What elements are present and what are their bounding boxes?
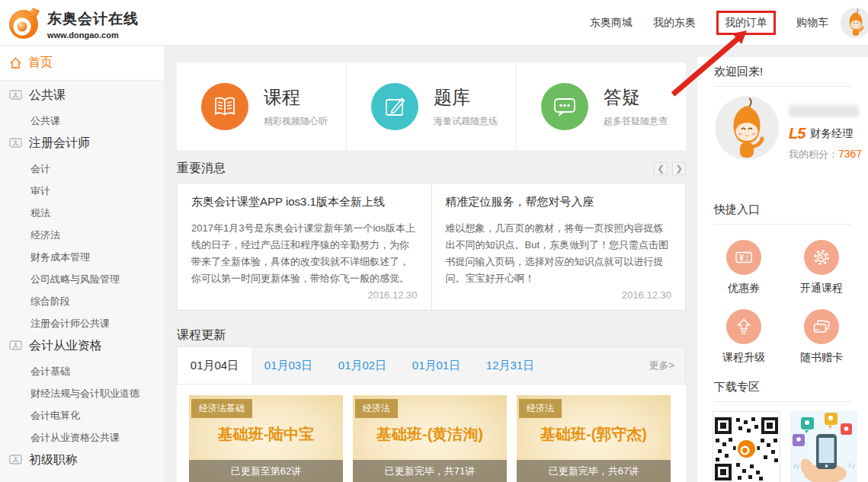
date-tabs: 01月04日 01月03日 01月02日 01月01日 12月31日 更多>	[177, 346, 686, 385]
news-next-button[interactable]: ❯	[672, 162, 686, 175]
user-avatar-small[interactable]	[841, 8, 868, 38]
tab-date[interactable]: 01月04日	[178, 347, 251, 384]
coupon-icon: ¥	[726, 240, 761, 275]
course-updates-header: 课程更新	[177, 327, 226, 343]
feature-courses[interactable]: 课程 精彩视频随心听	[177, 62, 346, 150]
qr-code-icon	[713, 416, 780, 482]
sidebar-section-junior-title[interactable]: 初级职称	[0, 447, 164, 473]
tab-date[interactable]: 12月31日	[473, 347, 547, 384]
news-title: 重要消息	[177, 161, 226, 177]
left-sidebar: 首页 公共课 公共课 注册会计师 会计 审计	[0, 46, 164, 482]
course-screen-icon	[9, 340, 22, 352]
course-badge: 经济法	[355, 399, 398, 418]
username-redacted	[789, 105, 859, 117]
tab-date[interactable]: 01月03日	[251, 347, 325, 384]
sidebar-item-home[interactable]: 首页	[0, 46, 164, 81]
course-screen-icon	[9, 90, 22, 101]
book-icon	[201, 83, 248, 130]
svg-text:¥: ¥	[739, 254, 744, 262]
sidebar-section-public-course[interactable]: 公共课	[0, 82, 164, 108]
download-row	[697, 411, 868, 482]
right-panel: 欢迎回来! L5 财务经理	[697, 57, 868, 482]
feature-question-bank[interactable]: 题库 海量试题随意练	[346, 62, 516, 150]
upgrade-arrow-icon	[726, 309, 761, 344]
welcome-title: 欢迎回来!	[714, 57, 851, 87]
user-profile: L5 财务经理 我的积分：7367	[697, 87, 868, 195]
dongao-logo-icon	[8, 6, 41, 43]
download-title: 下载专区	[714, 372, 851, 402]
logo-title: 东奥会计在线	[47, 9, 139, 29]
quick-entry-open-course[interactable]: 开通课程	[783, 226, 860, 295]
sidebar-home-label: 首页	[28, 55, 53, 71]
user-avatar-large[interactable]	[715, 96, 779, 160]
sidebar-item[interactable]: 经济法	[0, 222, 164, 244]
news-item: 精准定位服务，帮您对号入座 难以想象，几百页的教材，将每一页按照内容提炼出不同的…	[431, 184, 686, 310]
course-status: 已更新至第62讲	[189, 460, 343, 482]
course-status: 已更新完毕，共71讲	[353, 460, 507, 482]
news-item-date: 2016.12.30	[446, 289, 672, 301]
quick-entry-grid: ¥ 优惠券 开通课程	[697, 225, 868, 365]
quick-entry-coupon[interactable]: ¥ 优惠券	[705, 226, 783, 295]
news-item-title[interactable]: 精准定位服务，帮您对号入座	[446, 195, 672, 209]
sidebar-item[interactable]: 财务成本管理	[0, 244, 164, 267]
sidebar-item[interactable]: 财经法规与会计职业道德	[0, 381, 164, 403]
course-title: 基础班-陆中宝	[189, 424, 343, 445]
sidebar-item[interactable]: 公司战略与风险管理	[0, 267, 164, 289]
course-badge: 经济法	[519, 399, 562, 418]
tab-date[interactable]: 01月02日	[325, 347, 399, 384]
tab-date[interactable]: 01月01日	[399, 347, 473, 384]
course-badge: 经济法基础	[191, 399, 252, 418]
sidebar-item[interactable]: 会计电算化	[0, 403, 164, 425]
feature-qa[interactable]: 答疑 超多答疑随意查	[516, 62, 686, 150]
news-item-date: 2016.12.30	[191, 289, 418, 301]
sidebar-menu: 公共课 公共课 注册会计师 会计 审计 税法 经济法 财务成本管理 公司战略与风…	[0, 81, 164, 482]
course-card[interactable]: 经济法基础 基础班-陆中宝 已更新至第62讲	[189, 395, 343, 482]
sidebar-item[interactable]: 公共课	[0, 108, 164, 130]
user-role: 财务经理	[810, 127, 853, 141]
user-points: 我的积分：7367	[789, 148, 862, 161]
sidebar-item[interactable]: 注册会计师公共课	[0, 311, 164, 333]
pencil-icon	[371, 83, 418, 130]
news-header: 重要消息 ❮ ❯	[177, 161, 686, 177]
logo-url: www.dongao.com	[47, 30, 139, 40]
quick-entry-gift-card[interactable]: 随书赠卡	[783, 295, 860, 365]
app-download-illustration[interactable]	[790, 411, 857, 482]
sidebar-item[interactable]: 会计基础	[0, 359, 164, 381]
news-panel: 东奥会计课堂APP ios3.1版本全新上线 2017年1月3号是东奥会计课堂新…	[177, 183, 686, 311]
site-logo[interactable]: 东奥会计在线 www.dongao.com	[8, 6, 139, 43]
news-prev-button[interactable]: ❮	[654, 162, 668, 175]
mascot-avatar-icon	[841, 8, 868, 38]
nav-my-dongao[interactable]: 我的东奥	[653, 16, 696, 30]
course-cards-panel: 经济法基础 基础班-陆中宝 已更新至第62讲 经济法 基础班-(黄洁洵) 已更新…	[177, 385, 686, 482]
course-title: 基础班-(黄洁洵)	[353, 424, 507, 445]
top-header: 东奥会计在线 www.dongao.com 东奥商城 我的东奥 我的订单 购物车	[0, 0, 868, 46]
more-link[interactable]: 更多>	[649, 359, 685, 372]
course-title: 基础班-(郭守杰)	[517, 424, 671, 445]
gift-card-icon	[804, 309, 839, 344]
gear-key-icon	[804, 240, 839, 275]
course-card[interactable]: 经济法 基础班-(郭守杰) 已更新完毕，共67讲	[517, 395, 671, 482]
wechat-qr-code[interactable]	[713, 411, 780, 482]
quick-entry-upgrade[interactable]: 课程升级	[705, 295, 783, 365]
nav-my-orders[interactable]: 我的订单	[716, 11, 776, 35]
course-card[interactable]: 经济法 基础班-(黄洁洵) 已更新完毕，共71讲	[353, 395, 507, 482]
news-item-body: 2017年1月3号是东奥会计课堂新年第一个ios版本上线的日子，经过产品汪和程序…	[191, 220, 418, 289]
course-screen-icon	[9, 138, 22, 149]
news-item: 东奥会计课堂APP ios3.1版本全新上线 2017年1月3号是东奥会计课堂新…	[178, 184, 431, 310]
sidebar-item[interactable]: 会计从业资格公共课	[0, 425, 164, 447]
page: 东奥会计在线 www.dongao.com 东奥商城 我的东奥 我的订单 购物车	[0, 0, 868, 482]
nav-cart[interactable]: 购物车	[796, 16, 828, 30]
sidebar-item[interactable]: 会计	[0, 156, 164, 178]
news-item-body: 难以想象，几百页的教材，将每一页按照内容提炼出不同的知识点。But，东奥做到了！…	[446, 220, 672, 289]
sidebar-item[interactable]: 综合阶段	[0, 289, 164, 311]
course-screen-icon	[9, 455, 22, 466]
sidebar-section-accounting-qualification[interactable]: 会计从业资格	[0, 333, 164, 359]
phone-hand-icon	[790, 411, 857, 482]
nav-dongao-mall[interactable]: 东奥商城	[590, 16, 633, 30]
sidebar-section-cpa[interactable]: 注册会计师	[0, 130, 164, 156]
sidebar-item[interactable]: 审计	[0, 178, 164, 200]
home-icon	[9, 57, 22, 69]
sidebar-item[interactable]: 税法	[0, 200, 164, 222]
news-item-title[interactable]: 东奥会计课堂APP ios3.1版本全新上线	[191, 195, 418, 209]
quick-entry-title: 快捷入口	[714, 195, 851, 225]
